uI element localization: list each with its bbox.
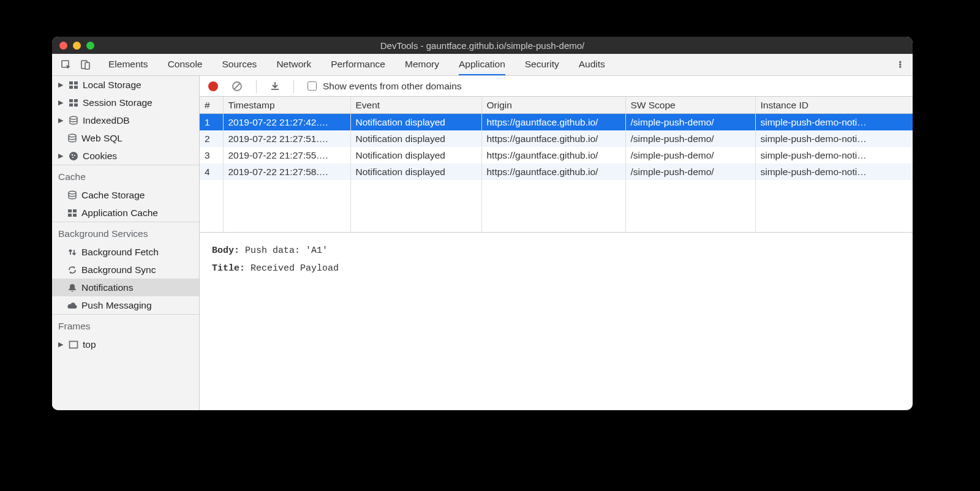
grid-icon — [68, 80, 79, 91]
sidebar-item-label: Background Fetch — [81, 247, 159, 258]
svg-point-16 — [72, 156, 74, 157]
svg-point-14 — [72, 154, 74, 156]
sidebar-item-label: Background Sync — [81, 264, 156, 275]
titlebar: DevTools - gauntface.github.io/simple-pu… — [52, 37, 913, 54]
svg-rect-9 — [69, 103, 73, 107]
tab-security[interactable]: Security — [525, 54, 559, 75]
svg-rect-4 — [74, 81, 78, 84]
svg-rect-20 — [68, 214, 72, 217]
svg-rect-10 — [74, 103, 78, 107]
tab-performance[interactable]: Performance — [331, 54, 385, 75]
column-header[interactable]: # — [200, 97, 223, 114]
sidebar-item-notifications[interactable]: Notifications — [52, 279, 199, 296]
sidebar-item-application-cache[interactable]: Application Cache — [52, 204, 199, 222]
title-value: Received Payload — [251, 263, 339, 274]
table-row[interactable]: 12019-07-22 21:27:42.…Notification displ… — [200, 114, 913, 131]
table-row[interactable]: 42019-07-22 21:27:58.…Notification displ… — [200, 163, 913, 180]
cell-idx: 4 — [200, 163, 223, 180]
device-toggle-icon[interactable] — [80, 59, 91, 70]
cell-ts: 2019-07-22 21:27:58.… — [223, 163, 350, 180]
svg-rect-6 — [74, 86, 78, 89]
minimize-button[interactable] — [73, 42, 81, 50]
cell-scope: /simple-push-demo/ — [625, 130, 755, 147]
cell-origin: https://gauntface.github.io/ — [481, 147, 625, 163]
expand-icon: ▶ — [58, 340, 64, 348]
tab-audits[interactable]: Audits — [579, 54, 605, 75]
cell-event: Notification displayed — [350, 163, 481, 180]
tab-application[interactable]: Application — [459, 54, 505, 75]
sidebar-item-local-storage[interactable]: ▶Local Storage — [52, 76, 199, 94]
expand-icon: ▶ — [58, 99, 64, 107]
tab-network[interactable]: Network — [276, 54, 311, 75]
record-button[interactable] — [208, 81, 218, 91]
cell-event: Notification displayed — [350, 130, 481, 147]
tab-sources[interactable]: Sources — [222, 54, 257, 75]
sidebar-item-top[interactable]: ▶top — [52, 335, 199, 353]
sidebar-item-cache-storage[interactable]: Cache Storage — [52, 186, 199, 204]
frames-group-title: Frames — [52, 315, 199, 335]
column-header[interactable]: Origin — [481, 97, 625, 114]
cell-scope: /simple-push-demo/ — [625, 147, 755, 163]
svg-rect-3 — [69, 81, 73, 84]
column-header[interactable]: SW Scope — [625, 97, 755, 114]
db-icon — [67, 190, 78, 201]
sidebar-item-label: IndexedDB — [83, 115, 130, 126]
sidebar-item-push-messaging[interactable]: Push Messaging — [52, 296, 199, 314]
window-title: DevTools - gauntface.github.io/simple-pu… — [52, 40, 913, 51]
db-icon — [68, 115, 79, 126]
svg-rect-25 — [271, 89, 279, 90]
svg-point-11 — [70, 116, 77, 119]
tab-console[interactable]: Console — [168, 54, 203, 75]
column-header[interactable]: Instance ID — [755, 97, 913, 114]
svg-point-13 — [69, 152, 78, 160]
sidebar-item-label: Push Messaging — [81, 300, 152, 311]
sidebar-item-label: Local Storage — [83, 80, 141, 91]
sidebar-item-label: Cache Storage — [81, 190, 145, 201]
sidebar-item-web-sql[interactable]: Web SQL — [52, 129, 199, 147]
maximize-button[interactable] — [86, 42, 94, 50]
cell-instance: simple-push-demo-noti… — [755, 163, 913, 180]
cell-ts: 2019-07-22 21:27:42.… — [223, 114, 350, 131]
sidebar-item-label: Session Storage — [83, 97, 153, 108]
download-icon[interactable] — [270, 81, 280, 91]
sidebar-item-cookies[interactable]: ▶Cookies — [52, 147, 199, 165]
cell-ts: 2019-07-22 21:27:51.… — [223, 130, 350, 147]
tab-memory[interactable]: Memory — [405, 54, 439, 75]
svg-rect-8 — [74, 99, 78, 102]
column-header[interactable]: Timestamp — [223, 97, 350, 114]
cell-event: Notification displayed — [350, 147, 481, 163]
clear-icon[interactable] — [232, 81, 243, 92]
more-menu-icon[interactable]: ••• — [899, 61, 902, 69]
table-row[interactable]: 32019-07-22 21:27:55.…Notification displ… — [200, 147, 913, 163]
sidebar: ▶Local Storage▶Session Storage▶IndexedDB… — [52, 76, 200, 410]
inspect-icon[interactable] — [61, 59, 72, 70]
svg-rect-5 — [69, 86, 73, 89]
svg-rect-19 — [73, 209, 77, 212]
cell-event: Notification displayed — [350, 114, 481, 131]
show-events-checkbox[interactable]: Show events from other domains — [307, 81, 462, 92]
devtools-tabs: ElementsConsoleSourcesNetworkPerformance… — [52, 54, 913, 76]
cell-idx: 3 — [200, 147, 223, 163]
cloud-icon — [67, 300, 78, 311]
expand-icon: ▶ — [58, 81, 64, 89]
sidebar-item-label: top — [83, 339, 96, 350]
sidebar-item-session-storage[interactable]: ▶Session Storage — [52, 94, 199, 111]
main-panel: Show events from other domains #Timestam… — [200, 76, 913, 410]
show-events-label: Show events from other domains — [323, 81, 462, 92]
cell-ts: 2019-07-22 21:27:55.… — [223, 147, 350, 163]
devtools-window: DevTools - gauntface.github.io/simple-pu… — [52, 37, 913, 410]
sidebar-item-indexeddb[interactable]: ▶IndexedDB — [52, 111, 199, 129]
events-table: #TimestampEventOriginSW ScopeInstance ID… — [200, 97, 913, 233]
expand-icon: ▶ — [58, 152, 64, 160]
sidebar-item-label: Application Cache — [81, 208, 158, 219]
sidebar-item-background-sync[interactable]: Background Sync — [52, 261, 199, 279]
table-row[interactable]: 22019-07-22 21:27:51.…Notification displ… — [200, 130, 913, 147]
cell-origin: https://gauntface.github.io/ — [481, 163, 625, 180]
sidebar-item-background-fetch[interactable]: Background Fetch — [52, 243, 199, 261]
svg-rect-2 — [85, 62, 89, 69]
column-header[interactable]: Event — [350, 97, 481, 114]
tab-elements[interactable]: Elements — [108, 54, 148, 75]
grid-icon — [68, 97, 79, 108]
cell-instance: simple-push-demo-noti… — [755, 114, 913, 131]
close-button[interactable] — [59, 42, 67, 50]
